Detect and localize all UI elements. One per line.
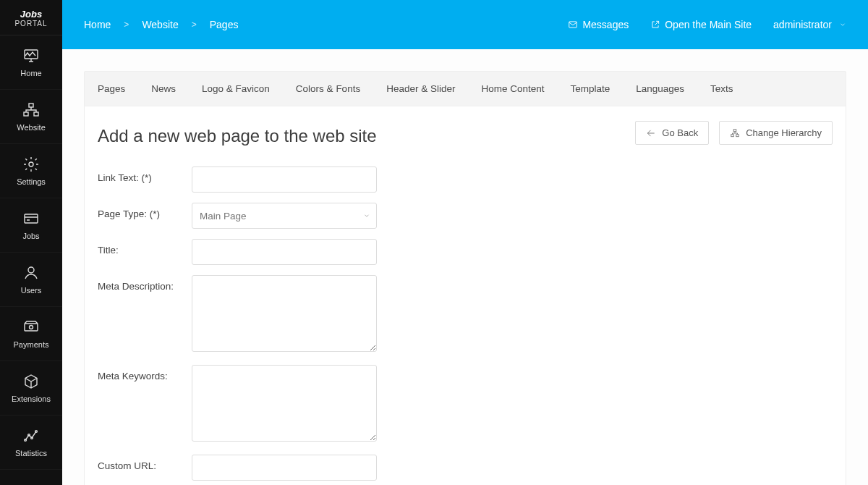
tab-template[interactable]: Template (571, 72, 610, 106)
sidebar-item-settings[interactable]: Settings (0, 144, 62, 198)
brand-subtitle: PORTAL (3, 20, 59, 28)
tab-home-content[interactable]: Home Content (481, 72, 544, 106)
tab-news[interactable]: News (151, 72, 176, 106)
breadcrumb-item-pages[interactable]: Pages (210, 19, 239, 30)
messages-link[interactable]: Messages (568, 19, 629, 30)
panel: Go Back Change Hierarchy Add a new web p… (84, 106, 846, 485)
user-menu[interactable]: administrator (773, 19, 846, 30)
user-icon (22, 264, 40, 282)
go-back-button[interactable]: Go Back (635, 121, 709, 145)
breadcrumb: Home > Website > Pages (84, 19, 238, 30)
external-link-icon (650, 20, 660, 30)
sidebar-item-statistics[interactable]: Statistics (0, 416, 62, 470)
top-actions: Messages Open the Main Site administrato… (568, 19, 846, 30)
sidebar-item-extensions[interactable]: Extensions (0, 361, 62, 416)
page-type-select[interactable]: Main Page (192, 203, 377, 229)
svg-rect-5 (25, 214, 38, 223)
gear-icon (22, 156, 40, 173)
sitemap-icon (22, 101, 40, 119)
go-back-label: Go Back (662, 127, 698, 138)
sidebar-item-payments[interactable]: Payments (0, 307, 62, 361)
svg-rect-16 (736, 134, 739, 136)
tab-pages[interactable]: Pages (98, 72, 125, 106)
svg-rect-3 (34, 112, 38, 116)
chevron-down-icon (839, 21, 846, 28)
sidebar-item-jobs[interactable]: Jobs (0, 198, 62, 253)
hierarchy-icon (730, 128, 740, 138)
title-input[interactable] (192, 239, 377, 265)
page-type-label: Page Type: (*) (98, 203, 192, 219)
user-name: administrator (773, 19, 832, 30)
svg-rect-13 (569, 22, 577, 28)
back-arrow-icon (646, 128, 656, 138)
tab-header-slider[interactable]: Header & Slider (386, 72, 455, 106)
svg-point-6 (28, 267, 34, 273)
change-hierarchy-label: Change Hierarchy (746, 127, 822, 138)
content-wrap: Pages News Logo & Favicon Colors & Fonts… (62, 49, 868, 485)
chevron-right-icon: > (124, 20, 129, 30)
breadcrumb-item-home[interactable]: Home (84, 19, 111, 30)
svg-rect-14 (733, 129, 736, 131)
sidebar-item-label: Settings (17, 177, 46, 186)
change-hierarchy-button[interactable]: Change Hierarchy (719, 121, 833, 145)
analytics-icon (22, 427, 40, 444)
mail-icon (568, 20, 578, 30)
svg-point-8 (30, 326, 33, 329)
meta-description-textarea[interactable] (192, 275, 377, 352)
sidebar-item-website[interactable]: Website (0, 90, 62, 144)
chevron-right-icon: > (192, 20, 197, 30)
sidebar-item-home[interactable]: Home (0, 35, 62, 90)
custom-url-label: Custom URL: (98, 455, 192, 471)
sidebar-item-users[interactable]: Users (0, 253, 62, 307)
meta-description-label: Meta Description: (98, 275, 192, 292)
sidebar-item-label: Website (17, 123, 46, 132)
sidebar: Jobs PORTAL Home Website Settings Jobs U… (0, 0, 62, 485)
sidebar-item-label: Payments (14, 340, 49, 349)
sidebar-item-label: Statistics (15, 449, 47, 457)
card-icon (22, 210, 40, 227)
svg-point-4 (29, 162, 33, 166)
sidebar-item-label: Jobs (22, 232, 39, 240)
link-text-label: Link Text: (*) (98, 166, 192, 183)
link-text-input[interactable] (192, 166, 377, 193)
svg-rect-15 (731, 134, 734, 136)
messages-label: Messages (582, 19, 629, 30)
tab-logo-favicon[interactable]: Logo & Favicon (202, 72, 270, 106)
title-label: Title: (98, 239, 192, 256)
main-area: Home > Website > Pages Messages Open the… (62, 0, 868, 485)
tab-texts[interactable]: Texts (710, 72, 733, 106)
tabs-bar: Pages News Logo & Favicon Colors & Fonts… (84, 71, 846, 106)
svg-rect-2 (24, 112, 28, 116)
tab-colors-fonts[interactable]: Colors & Fonts (296, 72, 360, 106)
brand-logo: Jobs PORTAL (0, 0, 62, 35)
open-main-site-link[interactable]: Open the Main Site (650, 19, 752, 30)
monitor-icon (22, 47, 40, 64)
custom-url-input[interactable] (192, 455, 377, 481)
meta-keywords-label: Meta Keywords: (98, 365, 192, 381)
tab-languages[interactable]: Languages (636, 72, 684, 106)
open-main-label: Open the Main Site (665, 19, 752, 30)
breadcrumb-item-website[interactable]: Website (142, 19, 178, 30)
sidebar-item-label: Extensions (12, 395, 51, 403)
sidebar-item-label: Users (21, 286, 42, 295)
meta-keywords-textarea[interactable] (192, 365, 377, 442)
brand-title: Jobs (3, 9, 59, 20)
svg-rect-7 (25, 324, 38, 331)
money-icon (22, 319, 40, 336)
sidebar-item-label: Home (20, 69, 41, 77)
cube-icon (22, 373, 40, 390)
svg-rect-1 (29, 104, 33, 107)
topbar: Home > Website > Pages Messages Open the… (62, 0, 868, 49)
